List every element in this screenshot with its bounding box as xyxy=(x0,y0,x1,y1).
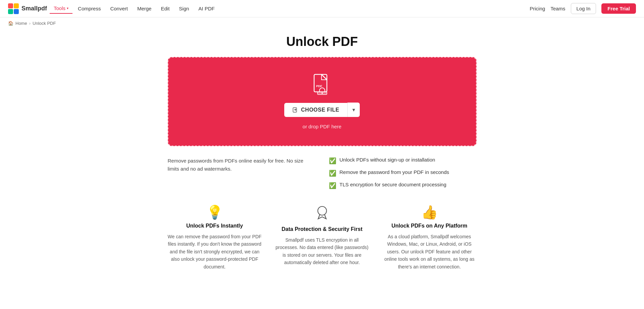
check-item-3: ✅ TLS encryption for secure document pro… xyxy=(329,182,477,189)
svg-rect-4 xyxy=(14,9,19,14)
award-icon xyxy=(315,205,329,220)
page-title: Unlock PDF xyxy=(129,35,515,49)
shield-icon xyxy=(315,205,329,222)
logo-icon xyxy=(8,3,19,14)
check-icon-1: ✅ xyxy=(329,157,336,165)
nav-edit[interactable]: Edit xyxy=(157,4,174,13)
nav-teams[interactable]: Teams xyxy=(550,6,565,11)
check-text-2: Remove the password from your PDF in sec… xyxy=(340,169,449,175)
pdf-file-icon: PDF xyxy=(313,74,332,96)
choose-file-row: CHOOSE FILE ▾ xyxy=(284,103,360,117)
chevron-down-icon: ▾ xyxy=(352,107,355,113)
card-title-1: Unlock PDFs Instantly xyxy=(186,223,243,229)
nav-tools-label: Tools xyxy=(54,5,65,11)
svg-rect-5 xyxy=(314,74,327,92)
breadcrumb-current: Unlock PDF xyxy=(33,21,56,26)
svg-point-8 xyxy=(321,92,323,94)
logo-text: Smallpdf xyxy=(21,5,47,12)
card-title-3: Unlock PDFs on Any Platform xyxy=(391,223,467,229)
choose-file-button[interactable]: CHOOSE FILE xyxy=(284,103,347,117)
drop-zone[interactable]: PDF CHOOSE FILE ▾ or drop PDF here xyxy=(168,57,477,146)
card-desc-2: Smallpdf uses TLS encryption in all proc… xyxy=(275,236,369,266)
main-nav: Tools ▾ Compress Convert Merge Edit Sign… xyxy=(50,3,530,14)
svg-rect-3 xyxy=(8,9,13,14)
features-section: Remove passwords from PDFs online easily… xyxy=(168,157,477,189)
home-icon: 🏠 xyxy=(8,21,13,26)
card-data-protection: Data Protection & Security First Smallpd… xyxy=(275,205,369,270)
check-icon-3: ✅ xyxy=(329,182,336,189)
description-text: Remove passwords from PDFs online easily… xyxy=(168,157,315,173)
file-upload-icon xyxy=(292,107,298,113)
cards-section: 💡 Unlock PDFs Instantly We can remove th… xyxy=(168,205,477,270)
logo[interactable]: Smallpdf xyxy=(8,3,47,14)
main-content: Unlock PDF PDF CHOOSE FILE xyxy=(121,35,524,270)
header: Smallpdf Tools ▾ Compress Convert Merge … xyxy=(0,0,644,17)
check-text-1: Unlock PDFs without sign-up or installat… xyxy=(340,157,435,163)
breadcrumb-home[interactable]: Home xyxy=(15,21,27,26)
lightbulb-icon: 💡 xyxy=(206,205,223,219)
card-desc-1: We can remove the password from your PDF… xyxy=(168,233,262,270)
breadcrumb: 🏠 Home › Unlock PDF xyxy=(0,17,644,29)
feature-checklist: ✅ Unlock PDFs without sign-up or install… xyxy=(329,157,477,189)
nav-ai-pdf[interactable]: AI PDF xyxy=(194,4,218,13)
svg-rect-1 xyxy=(8,3,13,8)
check-icon-2: ✅ xyxy=(329,170,336,177)
choose-file-dropdown-button[interactable]: ▾ xyxy=(347,103,360,117)
svg-rect-2 xyxy=(14,3,19,8)
check-item-1: ✅ Unlock PDFs without sign-up or install… xyxy=(329,157,477,165)
check-item-2: ✅ Remove the password from your PDF in s… xyxy=(329,169,477,177)
thumbsup-icon: 👍 xyxy=(421,205,438,219)
header-right: Pricing Teams Log In Free Trial xyxy=(530,3,636,14)
card-any-platform: 👍 Unlock PDFs on Any Platform As a cloud… xyxy=(383,205,477,270)
nav-sign[interactable]: Sign xyxy=(175,4,193,13)
card-title-2: Data Protection & Security First xyxy=(282,226,362,232)
nav-pricing[interactable]: Pricing xyxy=(530,6,545,11)
svg-point-10 xyxy=(318,206,327,215)
card-unlock-instantly: 💡 Unlock PDFs Instantly We can remove th… xyxy=(168,205,262,270)
card-desc-3: As a cloud platform, Smallpdf welcomes W… xyxy=(383,233,477,270)
nav-tools[interactable]: Tools ▾ xyxy=(50,3,72,14)
check-text-3: TLS encryption for secure document proce… xyxy=(340,182,447,187)
breadcrumb-separator: › xyxy=(29,21,31,26)
svg-text:PDF: PDF xyxy=(316,84,323,88)
nav-compress[interactable]: Compress xyxy=(74,4,105,13)
pdf-icon-wrapper: PDF xyxy=(313,74,332,96)
login-button[interactable]: Log In xyxy=(571,3,596,14)
tools-chevron-icon: ▾ xyxy=(67,6,68,10)
drop-text: or drop PDF here xyxy=(303,124,342,129)
feature-description: Remove passwords from PDFs online easily… xyxy=(168,157,315,189)
free-trial-button[interactable]: Free Trial xyxy=(601,3,636,14)
nav-merge[interactable]: Merge xyxy=(133,4,156,13)
nav-convert[interactable]: Convert xyxy=(106,4,132,13)
